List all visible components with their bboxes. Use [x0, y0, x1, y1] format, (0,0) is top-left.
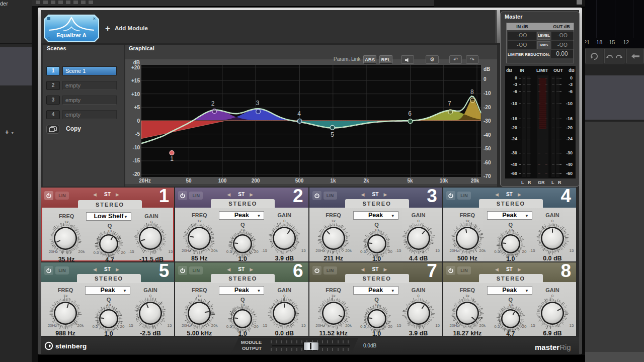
svg-text:2: 2: [211, 100, 215, 107]
svg-text:-15: -15: [133, 158, 140, 163]
svg-text:1: 1: [170, 155, 174, 162]
svg-text:6: 6: [408, 110, 412, 117]
svg-text:-30: -30: [484, 118, 491, 124]
svg-text:-60: -60: [484, 160, 491, 165]
svg-text:dB: dB: [484, 66, 490, 72]
svg-text:+10: +10: [131, 92, 140, 97]
svg-text:4: 4: [297, 110, 301, 117]
svg-text:-20: -20: [484, 105, 491, 110]
svg-text:3: 3: [256, 100, 260, 107]
svg-text:-5: -5: [135, 131, 140, 137]
svg-text:5: 5: [331, 131, 334, 138]
svg-text:-70: -70: [484, 173, 491, 179]
svg-text:+15: +15: [131, 78, 140, 83]
svg-text:-40: -40: [484, 132, 491, 138]
svg-text:50: 50: [186, 178, 192, 184]
svg-text:7: 7: [448, 100, 451, 107]
svg-text:-10: -10: [484, 90, 491, 96]
svg-text:8: 8: [470, 88, 474, 96]
svg-text:2k: 2k: [363, 178, 369, 184]
svg-text:200: 200: [252, 178, 260, 184]
svg-text:+5: +5: [134, 105, 140, 110]
svg-text:+20: +20: [131, 65, 140, 70]
svg-text:1k: 1k: [330, 178, 336, 184]
svg-text:100: 100: [218, 178, 227, 184]
svg-text:20Hz: 20Hz: [139, 178, 150, 184]
svg-text:0: 0: [484, 76, 487, 82]
svg-text:-10: -10: [133, 145, 140, 150]
svg-text:20k: 20k: [471, 178, 479, 184]
svg-text:0: 0: [137, 118, 140, 124]
svg-text:-20: -20: [133, 171, 140, 177]
svg-text:500: 500: [295, 178, 304, 184]
svg-text:5k: 5k: [407, 178, 413, 184]
svg-text:-50: -50: [484, 146, 491, 151]
svg-text:10k: 10k: [440, 178, 448, 184]
